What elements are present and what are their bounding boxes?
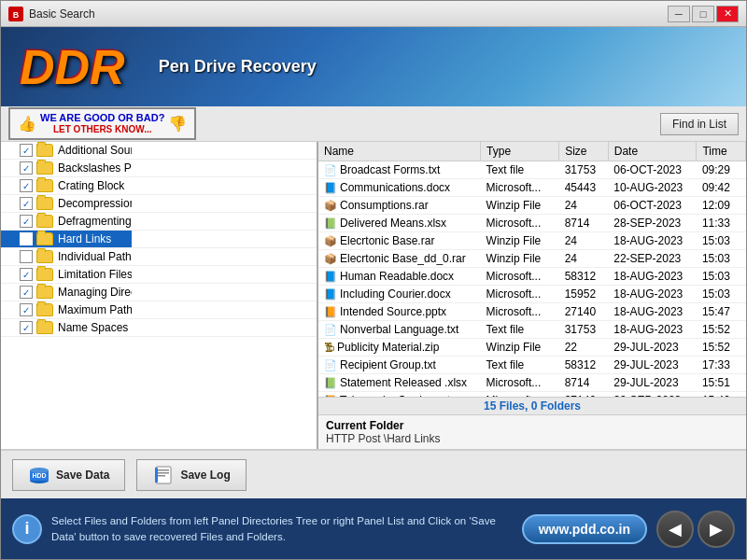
forward-button[interactable]: ▶ [698, 511, 735, 548]
tree-item[interactable]: ✓Name Spaces [1, 319, 132, 336]
file-time-cell: 15:52 [697, 321, 746, 339]
file-rows: 📄Broadcast Forms.txtText file3175306-OCT… [318, 161, 746, 398]
tree-item[interactable]: ✓Backslashes Possibly [1, 160, 132, 176]
app-subtitle: Pen Drive Recovery [159, 57, 317, 77]
table-row[interactable]: 📘Human Readable.docxMicrosoft...5831218-… [318, 268, 746, 286]
folder-icon [36, 232, 53, 245]
file-size-cell: 8714 [559, 374, 609, 392]
back-button[interactable]: ◀ [656, 511, 694, 548]
tree-item-checkbox[interactable]: ✓ [20, 321, 33, 334]
file-date-cell: 18-AUG-2023 [608, 321, 697, 339]
file-date-cell: 06-OCT-2023 [608, 161, 697, 179]
file-size-cell: 8714 [559, 215, 609, 232]
close-button[interactable]: ✕ [716, 6, 739, 22]
file-type-cell: Winzip File [481, 197, 559, 215]
file-time-cell: 11:33 [697, 215, 746, 232]
file-date-cell: 29-JUL-2023 [608, 374, 697, 392]
minimize-button[interactable]: ─ [668, 6, 690, 22]
table-row[interactable]: 📦Elecrtonic Base.rarWinzip File2418-AUG-… [318, 232, 746, 250]
tree-item-label: Hard Links [58, 232, 111, 245]
maximize-button[interactable]: □ [692, 6, 714, 22]
save-log-icon [152, 466, 175, 484]
thumbs-down-icon: 👎 [168, 115, 187, 133]
file-type-cell: Winzip File [481, 250, 559, 268]
col-type[interactable]: Type [481, 142, 559, 161]
file-size-cell: 45443 [559, 179, 609, 197]
save-data-button[interactable]: HDD Save Data [12, 459, 125, 491]
col-name[interactable]: Name [318, 142, 481, 161]
table-row[interactable]: 📗Delivered Means.xlsxMicrosoft...871428-… [318, 215, 746, 232]
info-icon: i [12, 514, 42, 544]
table-row[interactable]: 📄Broadcast Forms.txtText file3175306-OCT… [318, 161, 746, 179]
table-row[interactable]: 📄Recipient Group.txtText file5831229-JUL… [318, 357, 746, 374]
app-icon: B [8, 7, 23, 21]
current-folder-info: Current Folder HTTP Post \Hard Links [318, 414, 746, 449]
tree-item[interactable]: ✓Additional Sources [1, 142, 132, 159]
save-data-icon: HDD [28, 466, 50, 484]
tree-item-checkbox[interactable]: ✓ [20, 268, 33, 281]
tree-item-checkbox[interactable]: ✓ [20, 232, 33, 245]
col-date[interactable]: Date [608, 142, 697, 161]
table-row[interactable]: 📘Communications.docxMicrosoft...4544310-… [318, 179, 746, 197]
tree-item[interactable]: ✓Hard Links [1, 231, 132, 247]
table-row[interactable]: 📦Elecrtonic Base_dd_0.rarWinzip File2422… [318, 250, 746, 268]
tree-item[interactable]: ✓Crating Block [1, 177, 132, 194]
table-row[interactable]: 📄Nonverbal Language.txtText file3175318-… [318, 321, 746, 339]
navigation-buttons: ◀ ▶ [656, 511, 735, 548]
left-panel: ✓Additional Sources✓Backslashes Possibly… [1, 142, 318, 449]
file-size-cell: 24 [559, 232, 609, 250]
file-type-cell: Microsoft... [481, 215, 559, 232]
table-header: Name Type Size Date Time [318, 142, 746, 161]
col-time[interactable]: Time [697, 142, 746, 161]
table-row[interactable]: 📙Intended Source.pptxMicrosoft...2714018… [318, 303, 746, 321]
folder-icon [36, 197, 53, 210]
table-row[interactable]: 🗜Publicity Material.zipWinzip File2229-J… [318, 339, 746, 357]
pdd-logo: www.pdd.co.in [522, 514, 647, 544]
tree-item-checkbox[interactable]: ✓ [20, 197, 33, 210]
file-time-cell: 15:03 [697, 250, 746, 268]
current-folder-path: HTTP Post \Hard Links [326, 432, 440, 445]
tree-item[interactable]: ✓Maximum Path [1, 301, 132, 318]
tree-item-checkbox[interactable]: ✓ [20, 286, 33, 299]
save-log-button[interactable]: Save Log [136, 459, 246, 491]
tree-item-checkbox[interactable]: ✓ [20, 215, 33, 228]
tree-item-label: Decompression [58, 197, 132, 210]
file-name-cell: 📦Consumptions.rar [318, 197, 481, 215]
file-time-cell: 17:33 [697, 357, 746, 374]
save-data-label: Save Data [56, 469, 109, 482]
folder-icon [36, 144, 53, 157]
tree-item-checkbox[interactable]: ✓ [20, 303, 33, 316]
table-row[interactable]: 📗Statement Released .xlsxMicrosoft...871… [318, 374, 746, 392]
file-name-cell: 📗Delivered Means.xlsx [318, 215, 481, 232]
file-size-cell: 27140 [559, 303, 609, 321]
file-date-cell: 22-SEP-2023 [608, 250, 697, 268]
tree-item[interactable]: ✓Defragmenting [1, 213, 132, 230]
tree-item-checkbox[interactable] [20, 250, 33, 263]
table-row[interactable]: 📘Including Courier.docxMicrosoft...15952… [318, 286, 746, 303]
tree-item[interactable]: Individual Path [1, 248, 132, 265]
tree-item-checkbox[interactable]: ✓ [20, 144, 33, 157]
file-type-icon: 📦 [324, 200, 337, 211]
we-are-good-button[interactable]: 👍 WE ARE GOOD OR BAD? LET OTHERS KNOW...… [8, 107, 196, 140]
right-panel: Name Type Size Date Time 📄Broadcast Form… [318, 142, 746, 449]
col-size[interactable]: Size [559, 142, 609, 161]
tree-item-label: Maximum Path [58, 303, 132, 316]
file-size-cell: 31753 [559, 321, 609, 339]
tree-item[interactable]: ✓Managing Directory [1, 284, 132, 301]
file-time-cell: 15:47 [697, 303, 746, 321]
tree-item-checkbox[interactable]: ✓ [20, 179, 33, 192]
file-list[interactable]: Name Type Size Date Time 📄Broadcast Form… [318, 142, 746, 397]
tree-item-checkbox[interactable]: ✓ [20, 161, 33, 175]
file-name-cell: 📦Elecrtonic Base_dd_0.rar [318, 250, 481, 268]
svg-rect-7 [158, 469, 169, 471]
file-time-cell: 15:03 [697, 268, 746, 286]
we-are-good-text: WE ARE GOOD OR BAD? LET OTHERS KNOW... [40, 112, 164, 135]
directory-tree[interactable]: ✓Additional Sources✓Backslashes Possibly… [1, 142, 317, 449]
find-in-list-button[interactable]: Find in List [660, 113, 739, 135]
folder-icon [36, 179, 53, 192]
svg-rect-8 [158, 472, 169, 474]
window-title: Basic Search [29, 7, 668, 21]
tree-item[interactable]: ✓Limitation Files [1, 266, 132, 283]
table-row[interactable]: 📦Consumptions.rarWinzip File2406-OCT-202… [318, 197, 746, 215]
tree-item[interactable]: ✓Decompression [1, 195, 132, 212]
